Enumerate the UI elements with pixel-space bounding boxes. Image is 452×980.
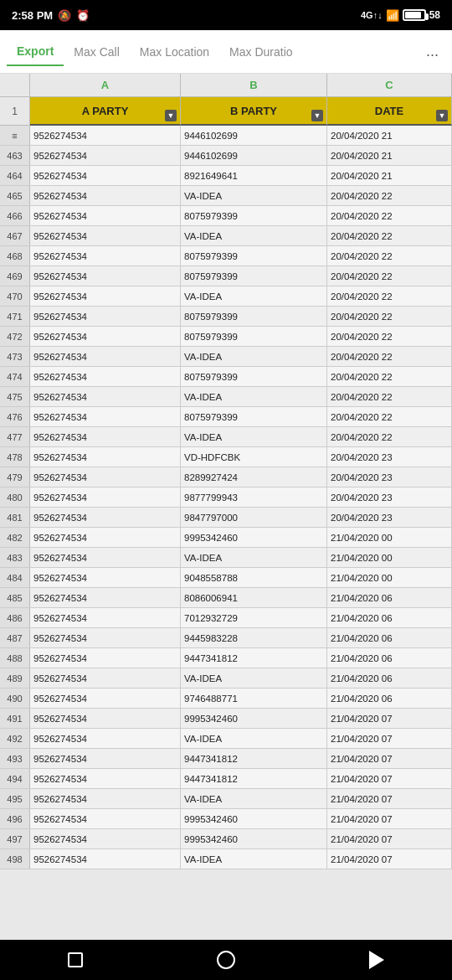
table-row[interactable]: 4979526274534999534246021/04/2020 07 [0,829,452,849]
cell-date: 20/04/2020 22 [327,327,452,346]
table-row[interactable]: 4739526274534VA-IDEA20/04/2020 22 [0,347,452,367]
table-row[interactable]: 4649526274534892164964120/04/2020 21 [0,166,452,186]
cell-b-party: 9877799943 [181,487,327,507]
row-number: 483 [0,548,30,567]
cell-b-party: 9995342460 [181,528,327,547]
cell-b-party: 9048558788 [181,568,327,587]
col-c-dropdown[interactable]: ▼ [436,110,448,121]
table-row[interactable]: 4639526274534944610269920/04/2020 21 [0,146,452,166]
col-b-party-header[interactable]: B PARTY ▼ [181,97,327,126]
row-number: 466 [0,206,30,225]
table-row[interactable]: 4769526274534807597939920/04/2020 22 [0,407,452,427]
status-bar: 2:58 PM 🔕 ⏰ 4G↑↓ 📶 58 [0,0,452,30]
row-number: 498 [0,849,30,869]
cell-date: 20/04/2020 22 [327,206,452,225]
table-row[interactable]: 4989526274534VA-IDEA21/04/2020 07 [0,849,452,869]
table-row[interactable]: 4939526274534944734181221/04/2020 07 [0,749,452,769]
nav-square-button[interactable] [59,943,92,977]
cell-b-party: 9446102699 [181,146,327,165]
table-row[interactable]: ≡9526274534944610269920/04/2020 21 [0,126,452,146]
cell-a-party: 9526274534 [30,729,181,748]
tab-max-call[interactable]: Max Call [64,39,129,65]
cell-date: 21/04/2020 00 [327,568,452,587]
table-row[interactable]: 4949526274534944734181221/04/2020 07 [0,769,452,789]
table-row[interactable]: 4689526274534807597939920/04/2020 22 [0,246,452,266]
table-row[interactable]: 4909526274534974648877121/04/2020 06 [0,689,452,709]
table-row[interactable]: 4859526274534808600694121/04/2020 06 [0,588,452,608]
cell-a-party: 9526274534 [30,809,181,828]
spreadsheet: A B C 1 A PARTY ▼ B PARTY ▼ DATE ▼ ≡9526… [0,74,452,940]
status-left: 2:58 PM 🔕 ⏰ [12,9,90,22]
table-row[interactable]: 4809526274534987779994320/04/2020 23 [0,487,452,508]
cell-a-party: 9526274534 [30,266,181,286]
table-row[interactable]: 4929526274534VA-IDEA21/04/2020 07 [0,729,452,749]
table-row[interactable]: 4659526274534VA-IDEA20/04/2020 22 [0,186,452,206]
table-row[interactable]: 4919526274534999534246021/04/2020 07 [0,709,452,729]
row-number: 486 [0,608,30,627]
circle-icon [217,951,235,969]
cell-a-party: 9526274534 [30,628,181,647]
row-number: 469 [0,266,30,286]
cell-a-party: 9526274534 [30,206,181,225]
table-row[interactable]: 4839526274534VA-IDEA21/04/2020 00 [0,548,452,568]
cell-date: 21/04/2020 00 [327,528,452,547]
cell-a-party: 9526274534 [30,246,181,266]
table-row[interactable]: 4709526274534VA-IDEA20/04/2020 22 [0,286,452,307]
table-row[interactable]: 4669526274534807597939920/04/2020 22 [0,206,452,226]
cell-b-party: VA-IDEA [181,387,327,406]
row-number: 472 [0,327,30,346]
table-row[interactable]: 4719526274534807597939920/04/2020 22 [0,307,452,327]
table-row[interactable]: 4829526274534999534246021/04/2020 00 [0,528,452,548]
cell-b-party: 8075979399 [181,266,327,286]
tab-export[interactable]: Export [7,38,64,66]
row-number: 474 [0,367,30,386]
wifi-icon: 📶 [386,9,399,22]
cell-date: 20/04/2020 21 [327,126,452,145]
cell-a-party: 9526274534 [30,668,181,688]
mute-icon: 🔕 [58,9,71,22]
table-row[interactable]: 4849526274534904855878821/04/2020 00 [0,568,452,588]
nav-back-button[interactable] [360,943,393,977]
cell-date: 21/04/2020 07 [327,729,452,748]
cell-date: 20/04/2020 22 [327,286,452,306]
row-number: 473 [0,347,30,366]
tab-max-duration[interactable]: Max Duratio [219,39,302,65]
table-row[interactable]: 4749526274534807597939920/04/2020 22 [0,367,452,387]
cell-b-party: VA-IDEA [181,427,327,446]
table-row[interactable]: 4759526274534VA-IDEA20/04/2020 22 [0,387,452,407]
cell-date: 21/04/2020 06 [327,689,452,708]
tab-max-location[interactable]: Max Location [130,39,219,65]
table-row[interactable]: 4679526274534VA-IDEA20/04/2020 22 [0,226,452,246]
battery-icon [403,9,426,21]
cell-a-party: 9526274534 [30,648,181,668]
col-a-dropdown[interactable]: ▼ [165,110,177,121]
nav-home-button[interactable] [209,943,243,977]
table-row[interactable]: 4889526274534944734181221/04/2020 06 [0,648,452,668]
row-number: 490 [0,689,30,708]
table-row[interactable]: 4969526274534999534246021/04/2020 07 [0,809,452,829]
cell-date: 20/04/2020 22 [327,387,452,406]
table-row[interactable]: 4699526274534807597939920/04/2020 22 [0,266,452,286]
table-row[interactable]: 4799526274534828992742420/04/2020 23 [0,467,452,487]
tab-more[interactable]: ... [419,39,445,64]
table-row[interactable]: 4869526274534701293272921/04/2020 06 [0,608,452,628]
cell-b-party: 8086006941 [181,588,327,607]
table-row[interactable]: 4819526274534984779700020/04/2020 23 [0,508,452,528]
row-number: 485 [0,588,30,607]
cell-b-party: VA-IDEA [181,286,327,306]
table-row[interactable]: 4729526274534807597939920/04/2020 22 [0,327,452,347]
cell-a-party: 9526274534 [30,467,181,487]
table-row[interactable]: 4779526274534VA-IDEA20/04/2020 22 [0,427,452,447]
col-c-date-header[interactable]: DATE ▼ [327,97,452,126]
col-letter-header-row: A B C [0,74,452,97]
cell-b-party: VD-HDFCBK [181,447,327,467]
table-row[interactable]: 4789526274534VD-HDFCBK20/04/2020 23 [0,447,452,467]
row-number: 478 [0,447,30,467]
table-row[interactable]: 4959526274534VA-IDEA21/04/2020 07 [0,789,452,809]
table-row[interactable]: 4879526274534944598322821/04/2020 06 [0,628,452,648]
col-b-dropdown[interactable]: ▼ [311,110,323,121]
col-a-party-header[interactable]: A PARTY ▼ [30,97,181,126]
row-number: 487 [0,628,30,647]
table-row[interactable]: 4899526274534VA-IDEA21/04/2020 06 [0,668,452,689]
cell-date: 21/04/2020 06 [327,668,452,688]
